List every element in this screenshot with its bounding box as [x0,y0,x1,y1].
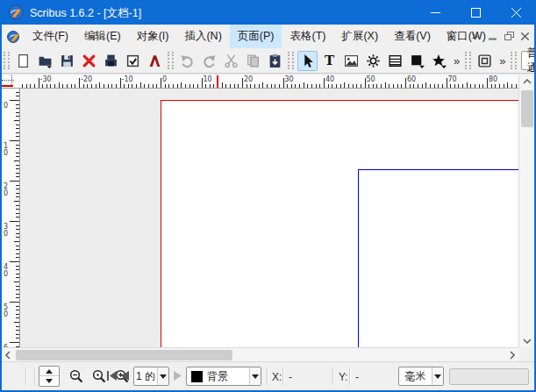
window-border [0,25,2,392]
insert-table-button[interactable] [385,51,405,71]
close-icon [511,8,521,18]
triangle-down-icon [160,374,167,379]
export-pdf-button[interactable] [145,51,165,71]
chevron-down-icon [523,339,532,344]
view-mode-toolbar: 普通 » [509,48,536,74]
horizontal-ruler[interactable]: -30-20-1001020304050607080 [20,75,518,89]
toolbar-drag-handle[interactable] [168,52,174,69]
window-minimize-button[interactable] [415,0,455,25]
menu-bar: 文件(F)编辑(E)对象(I)插入(N)页面(P)表格(T)扩展(X)查看(V)… [2,25,534,48]
chevron-right-icon [510,351,515,360]
window-maximize-button[interactable] [455,0,496,25]
unit-combobox[interactable]: 毫米 [398,367,444,386]
vertical-ruler[interactable]: 0102030405060 [2,89,20,347]
triangle-up-icon [46,369,53,374]
vertical-scrollbar[interactable] [518,75,534,347]
layer-name: 背景 [207,369,249,384]
zoom-100-button[interactable] [91,368,107,384]
page[interactable] [161,100,518,347]
toolbar-drag-handle[interactable] [465,52,471,69]
insert-shape-button[interactable] [407,51,427,71]
horizontal-scrollbar-thumb[interactable] [16,350,232,360]
menu-item-edit[interactable]: 编辑(E) [76,25,129,48]
checkbox-check-icon [125,53,140,68]
insert-image-frame-button[interactable] [341,51,361,71]
status-bar: 1 的 背景 X: - Y: - 毫米 [2,361,534,390]
next-page-button[interactable] [172,370,183,381]
undo-button[interactable] [177,51,197,71]
vertical-scrollbar-thumb[interactable] [521,90,533,127]
print-button[interactable] [101,51,121,71]
horizontal-scrollbar[interactable] [2,347,518,361]
canvas-viewport[interactable] [21,89,518,347]
spin-down-button[interactable] [39,376,59,386]
paste-button[interactable] [265,51,285,71]
combo-arrow-button[interactable] [432,367,443,385]
combo-arrow-button[interactable] [157,367,168,385]
pdf-overflow-button[interactable]: » [496,54,509,68]
page-number-value: 1 的 [134,369,157,384]
x-coordinate-label: X: [272,371,282,383]
mdi-minimize-button[interactable] [485,30,499,43]
open-document-button[interactable] [35,51,55,71]
redo-icon [202,53,217,68]
menu-item-view[interactable]: 查看(V) [386,25,439,48]
separator [282,367,283,385]
combo-arrow-button[interactable] [249,367,261,385]
toolbar-drag-handle[interactable] [511,52,516,69]
preflight-verifier-button[interactable] [123,51,143,71]
menu-item-extensions[interactable]: 扩展(X) [333,25,386,48]
toolbar-drag-handle[interactable] [4,52,10,69]
spin-up-button[interactable] [39,367,59,376]
shape-square-icon [410,53,425,68]
copy-button[interactable] [243,51,263,71]
tools-overflow-button[interactable]: » [450,54,463,68]
toolbar-drag-handle[interactable] [288,52,294,69]
mdi-restore-button[interactable] [502,30,516,43]
zoom-level-spinbox[interactable] [39,366,60,387]
first-page-button[interactable] [106,370,118,381]
scissors-icon [224,53,239,68]
menu-item-file[interactable]: 文件(F) [25,25,76,48]
menu-item-table[interactable]: 表格(T) [282,25,333,48]
window-close-button[interactable] [496,0,536,25]
pdf-toolbar: » [463,48,509,74]
scroll-up-button[interactable] [519,75,535,88]
mdi-close-button[interactable] [518,30,532,43]
table-icon [388,53,403,68]
mdi-minimize-icon [489,32,497,40]
insert-polygon-button[interactable] [429,51,449,71]
insert-render-frame-button[interactable] [363,51,383,71]
scroll-right-button[interactable] [506,348,518,362]
y-coordinate-value: - [355,371,359,383]
menu-overflow-button[interactable]: » [472,29,478,42]
triangle-down-icon [252,374,259,379]
menu-item-object[interactable]: 对象(I) [129,25,177,48]
previous-page-button[interactable] [119,370,131,381]
workspace: -30-20-1001020304050607080 0102030405060 [2,74,534,361]
scroll-left-button[interactable] [2,348,14,362]
redo-button[interactable] [199,51,219,71]
zoom-out-button[interactable] [68,368,84,384]
star-icon [432,53,447,68]
open-folder-icon [38,53,53,68]
menu-item-insert[interactable]: 插入(N) [176,25,229,48]
triangle-down-icon [46,379,53,383]
page-number-combobox[interactable]: 1 的 [133,367,169,386]
ruler-origin-corner[interactable] [2,75,20,89]
separator [34,367,35,385]
title-bar[interactable]: Scribus 1.6.2 - [文档-1] [0,0,536,25]
layer-combobox[interactable]: 背景 [186,367,261,386]
menu-item-page[interactable]: 页面(P) [230,25,282,48]
new-document-icon [16,53,31,68]
menu-items: 文件(F)编辑(E)对象(I)插入(N)页面(P)表格(T)扩展(X)查看(V)… [25,25,494,48]
select-item-button[interactable] [297,51,318,71]
pdf-tools-button[interactable] [475,51,495,71]
new-document-button[interactable] [13,51,33,71]
vertical-ruler-indicator [2,85,13,87]
save-document-button[interactable] [57,51,77,71]
cut-button[interactable] [221,51,241,71]
scroll-down-button[interactable] [519,335,535,347]
insert-text-frame-button[interactable]: T [319,51,339,71]
close-document-button[interactable] [79,51,99,71]
